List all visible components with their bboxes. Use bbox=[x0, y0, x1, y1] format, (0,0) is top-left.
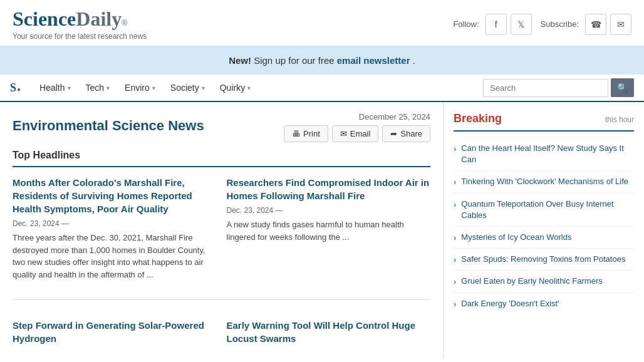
nav-health-label: Health bbox=[39, 83, 65, 93]
article-excerpt: A new study finds gases harmful to human… bbox=[227, 219, 431, 243]
tech-chevron-icon: ▾ bbox=[106, 85, 110, 91]
nav-item-society[interactable]: Society ▾ bbox=[164, 74, 211, 101]
subscribe-label: Subscribe: bbox=[541, 19, 579, 29]
article-title-link[interactable]: Early Warning Tool Will Help Control Hug… bbox=[227, 319, 431, 345]
sidebar-time: this hour bbox=[605, 115, 634, 124]
sidebar-link[interactable]: Gruel Eaten by Early Neolithic Farmers bbox=[461, 276, 602, 287]
article-title-link[interactable]: Researchers Find Compromised Indoor Air … bbox=[227, 176, 431, 202]
society-chevron-icon: ▾ bbox=[202, 85, 205, 91]
list-item[interactable]: › Safer Spuds: Removing Toxins from Pota… bbox=[454, 249, 634, 271]
email-icon: ✉ bbox=[617, 19, 625, 29]
list-item[interactable]: › Quantum Teleportation Over Busy Intern… bbox=[454, 194, 634, 227]
sidebar-link[interactable]: Mysteries of Icy Ocean Worlds bbox=[461, 232, 571, 243]
nav-item-quirky[interactable]: Quirky ▾ bbox=[214, 74, 257, 101]
twitter-icon: 𝕏 bbox=[517, 19, 524, 29]
article-date: Dec. 23, 2024 — bbox=[227, 206, 431, 215]
nav-logo-dot: ● bbox=[17, 86, 21, 93]
health-chevron-icon: ▾ bbox=[68, 85, 71, 91]
logo-science-text: Science bbox=[13, 8, 76, 31]
page-date: December 25, 2024 bbox=[359, 112, 430, 122]
email-button[interactable]: ✉ Email bbox=[332, 125, 379, 142]
banner-text: Sign up for our free bbox=[254, 55, 337, 66]
list-item[interactable]: › Mysteries of Icy Ocean Worlds bbox=[454, 227, 634, 249]
sidebar-breaking-label: Breaking bbox=[454, 112, 502, 125]
nav-logo-s: S bbox=[10, 81, 16, 95]
rss-button[interactable]: ☎ bbox=[585, 14, 606, 35]
logo-registered: ® bbox=[122, 19, 127, 28]
nav-enviro-label: Enviro bbox=[125, 83, 150, 93]
nav-item-health[interactable]: Health ▾ bbox=[33, 74, 76, 101]
page-title: Environmental Science News bbox=[13, 118, 204, 134]
follow-label: Follow: bbox=[453, 19, 479, 29]
site-header: Science Daily ® Your source for the late… bbox=[0, 0, 644, 46]
list-item[interactable]: › Can the Heart Heal Itself? New Study S… bbox=[454, 138, 634, 171]
article-date: Dec. 23, 2024 — bbox=[13, 219, 217, 228]
sidebar-list: › Can the Heart Heal Itself? New Study S… bbox=[454, 138, 634, 314]
print-label: Print bbox=[303, 129, 320, 138]
nav-quirky-label: Quirky bbox=[220, 83, 245, 93]
twitter-button[interactable]: 𝕏 bbox=[511, 14, 532, 35]
arrow-icon: › bbox=[454, 233, 456, 242]
articles-grid: Months After Colorado's Marshall Fire, R… bbox=[13, 176, 430, 349]
arrow-icon: › bbox=[454, 277, 456, 286]
newsletter-link[interactable]: email newsletter bbox=[337, 55, 410, 66]
sidebar-link[interactable]: Dark Energy 'Doesn't Exist' bbox=[461, 298, 559, 309]
article-excerpt: Three years after the Dec. 30, 2021, Mar… bbox=[13, 232, 217, 281]
articles-divider bbox=[13, 299, 430, 300]
search-button[interactable]: 🔍 bbox=[611, 78, 634, 97]
enviro-chevron-icon: ▾ bbox=[152, 85, 155, 91]
rss-icon: ☎ bbox=[591, 19, 601, 29]
list-item[interactable]: › Tinkering With 'Clockwork' Mechanisms … bbox=[454, 171, 634, 193]
sidebar-link[interactable]: Can the Heart Heal Itself? New Study Say… bbox=[461, 143, 634, 165]
nav-item-tech[interactable]: Tech ▾ bbox=[80, 74, 117, 101]
search-input[interactable] bbox=[483, 79, 608, 97]
sidebar-link[interactable]: Safer Spuds: Removing Toxins from Potato… bbox=[461, 254, 625, 265]
sidebar: Breaking this hour › Can the Heart Heal … bbox=[444, 102, 644, 359]
print-button[interactable]: 🖶 Print bbox=[284, 125, 328, 142]
site-logo: Science Daily ® bbox=[13, 8, 147, 31]
article-item: Early Warning Tool Will Help Control Hug… bbox=[227, 319, 431, 349]
arrow-icon: › bbox=[454, 144, 456, 153]
print-icon: 🖶 bbox=[292, 129, 300, 138]
page-actions: 🖶 Print ✉ Email ➦ Share bbox=[284, 125, 430, 142]
nav-tech-label: Tech bbox=[86, 83, 105, 93]
list-item[interactable]: › Dark Energy 'Doesn't Exist' bbox=[454, 293, 634, 314]
quirky-chevron-icon: ▾ bbox=[247, 85, 251, 91]
logo-daily-text: Daily bbox=[76, 8, 122, 31]
main-content: Environmental Science News December 25, … bbox=[0, 102, 644, 359]
email-action-icon: ✉ bbox=[340, 129, 347, 138]
article-title-link[interactable]: Months After Colorado's Marshall Fire, R… bbox=[13, 176, 217, 215]
arrow-icon: › bbox=[454, 299, 456, 309]
nav-logo: S ● bbox=[10, 81, 21, 95]
sidebar-header: Breaking this hour bbox=[454, 112, 634, 132]
nav-society-label: Society bbox=[170, 83, 199, 93]
arrow-icon: › bbox=[454, 177, 456, 187]
article-item: Step Forward in Generating Solar-Powered… bbox=[13, 319, 217, 349]
nav-search-area: 🔍 bbox=[483, 78, 634, 97]
share-label: Share bbox=[400, 129, 422, 138]
article-item: Months After Colorado's Marshall Fire, R… bbox=[13, 176, 217, 281]
content-area: Environmental Science News December 25, … bbox=[0, 102, 444, 359]
banner-suffix: . bbox=[413, 55, 415, 66]
search-icon: 🔍 bbox=[617, 83, 628, 93]
sidebar-link[interactable]: Tinkering With 'Clockwork' Mechanisms of… bbox=[461, 176, 628, 187]
page-meta: Environmental Science News December 25, … bbox=[13, 112, 430, 142]
header-actions: Follow: f 𝕏 Subscribe: ☎ ✉ bbox=[453, 14, 631, 35]
facebook-button[interactable]: f bbox=[486, 14, 507, 35]
newsletter-banner: New! Sign up for our free email newslett… bbox=[0, 46, 644, 75]
logo-area: Science Daily ® Your source for the late… bbox=[13, 8, 147, 41]
article-item: Researchers Find Compromised Indoor Air … bbox=[227, 176, 431, 281]
arrow-icon: › bbox=[454, 200, 456, 209]
article-title-link[interactable]: Step Forward in Generating Solar-Powered… bbox=[13, 319, 217, 345]
email-subscribe-button[interactable]: ✉ bbox=[610, 14, 631, 35]
site-tagline: Your source for the latest research news bbox=[13, 32, 147, 41]
banner-new-label: New! bbox=[229, 55, 251, 66]
nav-items: Health ▾ Tech ▾ Enviro ▾ Society ▾ Quirk… bbox=[33, 74, 483, 101]
sidebar-link[interactable]: Quantum Teleportation Over Busy Internet… bbox=[461, 199, 634, 221]
nav-item-enviro[interactable]: Enviro ▾ bbox=[118, 74, 162, 101]
top-headlines-heading: Top Headlines bbox=[13, 150, 430, 167]
email-label: Email bbox=[350, 129, 371, 138]
arrow-icon: › bbox=[454, 255, 456, 264]
list-item[interactable]: › Gruel Eaten by Early Neolithic Farmers bbox=[454, 271, 634, 292]
share-button[interactable]: ➦ Share bbox=[382, 125, 430, 142]
